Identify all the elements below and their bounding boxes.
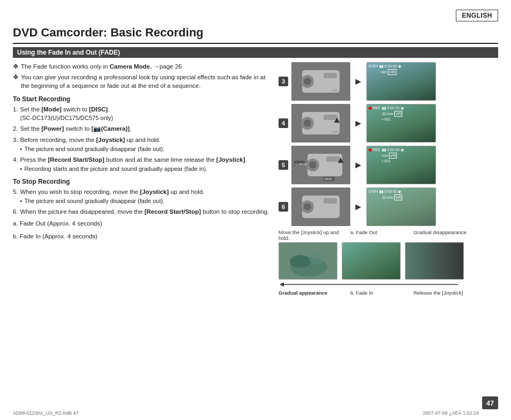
list-num: 6.: [13, 207, 18, 216]
svg-point-30: [290, 255, 311, 268]
bullet-sym-1: ❖: [13, 62, 19, 71]
section-heading: Using the Fade In and Out (FADE): [13, 47, 498, 58]
strip-top-labels: Move the [Joystick] up and hold. a. Fade…: [279, 229, 471, 241]
intro-text-2: You can give your recording a profession…: [21, 73, 270, 90]
dolphin-bg-2: [342, 243, 400, 279]
content-layout: ❖ The Fade function works only in Camera…: [13, 62, 498, 296]
intro-bullets: ❖ The Fade function works only in Camera…: [13, 62, 270, 90]
strip-label-1: Move the [Joystick] up and hold.: [279, 229, 342, 241]
list-item: 5. When you wish to stop recording, move…: [13, 188, 270, 205]
sub-bullet-text: Recording starts and the picture and sou…: [25, 165, 208, 173]
bullet-sym-2: ❖: [13, 73, 19, 90]
list-item-content: When you wish to stop recording, move th…: [20, 188, 270, 205]
arrow-right-3: ►: [354, 76, 363, 87]
strip-bottom-label-2: b. Fade In: [350, 290, 408, 296]
arrow-right-5: ►: [354, 160, 363, 171]
sub-bullet: ▪ The picture and sound gradually disapp…: [20, 197, 270, 205]
svg-point-3: [304, 78, 311, 85]
camera-row-5: 5 Q.MENU MENU: [279, 146, 471, 184]
screen-info-3: STBY ▮▮ 0:00:00 ◉ min VR: [369, 64, 401, 75]
step-num-4: 4: [279, 118, 288, 128]
left-column: ❖ The Fade function works only in Camera…: [13, 62, 270, 296]
step-num-6: 6: [279, 202, 288, 212]
list-item: 2. Set the [Power] switch to [📷(Camera)]…: [13, 124, 270, 133]
screen-5: REC ▮▮ 0:00:30 ◉ min VR ▪ 001: [366, 146, 436, 184]
svg-point-9: [304, 119, 311, 127]
fade-in-label: b. Fade In (Approx. 4 seconds): [13, 233, 270, 239]
screen-info-5: REC ▮▮ 0:00:30 ◉ min VR ▪ 001: [369, 147, 404, 164]
strip-img-1: [279, 242, 337, 280]
page-number-badge: 47: [482, 396, 498, 409]
camera-image-4: [291, 104, 350, 142]
sub-bullet: ▪ The picture and sound gradually disapp…: [20, 145, 270, 153]
svg-rect-27: [324, 198, 337, 204]
camera-image-6: [291, 188, 350, 226]
intro-bullet-1: ❖ The Fade function works only in Camera…: [13, 62, 270, 71]
intro-text-1: The Fade function works only in Camera M…: [21, 62, 182, 71]
svg-text:MENU: MENU: [325, 177, 333, 181]
strip-bottom-label-3: Release the [Joystick]: [414, 290, 471, 296]
svg-rect-33: [405, 243, 464, 280]
screen-6: STBY ▮▮ 0:00:40 ◉ 30 min VR: [366, 188, 436, 226]
step-num-3: 3: [279, 77, 288, 86]
svg-text:Q.MENU: Q.MENU: [295, 163, 308, 166]
svg-point-31: [309, 253, 325, 264]
sub-bullet-sym: ▪: [20, 197, 22, 205]
strip-label-2: a. Fade Out: [350, 229, 408, 241]
english-badge: ENGLISH: [456, 10, 498, 21]
strip-bottom-labels: Gradual appearance b. Fade In Release th…: [279, 290, 471, 296]
page: ENGLISH DVD Camcorder: Basic Recording U…: [0, 0, 511, 420]
list-num: 5.: [13, 188, 18, 205]
footer: AD68-01230A_US_R2.indb 47 2007-07-09 ¿ÀÈ…: [13, 410, 479, 416]
strip-bottom-label-1: Gradual appearance: [279, 290, 342, 296]
svg-marker-35: [280, 282, 284, 287]
list-item: 3. Before recording, move the [Joystick]…: [13, 136, 270, 153]
screen-3: STBY ▮▮ 0:00:00 ◉ min VR: [366, 62, 436, 101]
camera-image-3: [291, 62, 350, 101]
arrow-right-4: ►: [354, 118, 363, 129]
list-item-content: When the picture has disappeared, move t…: [20, 207, 270, 216]
list-item-content: Press the [Record Start/Stop] button and…: [20, 155, 270, 173]
fade-out-label: a. Fade Out (Approx. 4 seconds): [13, 220, 270, 227]
fade-examples: a. Fade Out (Approx. 4 seconds) b. Fade …: [13, 220, 270, 239]
sub-bullet-sym: ▪: [20, 165, 22, 173]
footer-left: AD68-01230A_US_R2.indb 47: [13, 410, 79, 416]
list-num: 3.: [13, 136, 18, 153]
stop-recording-heading: To Stop Recording: [13, 178, 270, 185]
stop-recording-list: 5. When you wish to stop recording, move…: [13, 188, 270, 216]
start-recording-heading: To Start Recording: [13, 95, 270, 103]
list-num: 4.: [13, 155, 18, 173]
sub-bullet-text: The picture and sound gradually disappea…: [25, 197, 165, 205]
list-item-content: Before recording, move the [Joystick] up…: [20, 136, 270, 153]
screen-info-6: STBY ▮▮ 0:00:40 ◉ 30 min VR: [369, 189, 402, 200]
list-item: 4. Press the [Record Start/Stop] button …: [13, 155, 270, 173]
sub-bullet: ▪ Recording starts and the picture and s…: [20, 165, 270, 173]
list-item: 6. When the picture has disappeared, mov…: [13, 207, 270, 216]
camera-row-6: 6 ► STBY ▮▮ 0:00:40 ◉: [279, 188, 471, 226]
svg-rect-10: [324, 115, 337, 120]
strip-arrow-area: [279, 281, 471, 288]
list-item-content: Set the [Mode] switch to [DISC]. (SC-DC1…: [20, 105, 270, 122]
svg-rect-5: [332, 89, 338, 92]
page-title: DVD Camcorder: Basic Recording: [13, 26, 498, 40]
strip-images: [279, 242, 471, 280]
svg-rect-19: [326, 156, 340, 162]
right-column: 3 ► STBY ▮▮ 0:00:00 ◉: [279, 62, 471, 296]
list-item-content: Set the [Power] switch to [📷(Camera)].: [20, 124, 270, 133]
camera-row-3: 3 ► STBY ▮▮ 0:00:00 ◉: [279, 62, 471, 101]
camera-image-5: Q.MENU MENU: [291, 146, 350, 184]
bottom-strip: Move the [Joystick] up and hold. a. Fade…: [279, 229, 471, 296]
start-recording-list: 1. Set the [Mode] switch to [DISC]. (SC-…: [13, 105, 270, 174]
list-num: 2.: [13, 124, 18, 133]
sub-bullet-text: The picture and sound gradually disappea…: [25, 145, 165, 153]
title-divider: [13, 43, 498, 44]
screen-info-4: REC ▮▮ 0:00:30 ◉ 30 min VR ▪ 001: [369, 106, 404, 122]
footer-right: 2007-07-09 ¿ÀÈÂ 1:02:24: [423, 410, 479, 416]
arrow-right-6: ►: [354, 201, 363, 213]
camera-row-4: 4 ► R: [279, 104, 471, 142]
strip-label-3: Gradual disappearance: [414, 229, 471, 241]
strip-img-3: [405, 242, 464, 280]
step-num-5: 5: [279, 160, 288, 170]
svg-point-26: [304, 203, 311, 211]
list-num: 1.: [13, 105, 18, 122]
